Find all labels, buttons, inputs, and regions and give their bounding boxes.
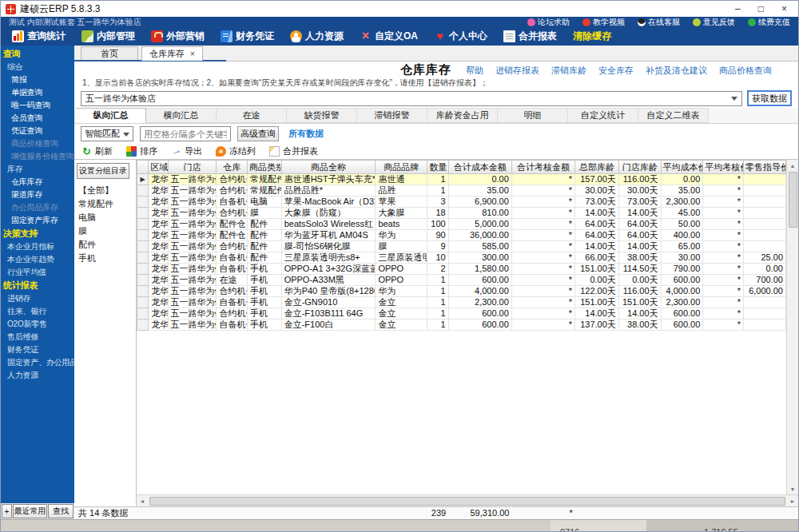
vertical-scrollbar[interactable]: ▲ ▼ xyxy=(786,160,798,494)
help-link[interactable]: 续费充值 xyxy=(748,17,790,28)
table-row[interactable]: 龙华五一路华为体验店合约机仓手机华为P40 皇帝版(8+128G)墨玉黑华为14… xyxy=(137,286,786,297)
column-header[interactable]: 平均成本价 xyxy=(661,161,703,174)
menu-item[interactable]: 合并报表 xyxy=(495,27,565,46)
column-header[interactable]: 零售指导价 xyxy=(744,161,786,174)
sidebar-item[interactable]: 单据查询 xyxy=(1,86,74,99)
minimize-button[interactable]: – xyxy=(735,3,741,14)
sidebar-item[interactable]: 唯一码查询 xyxy=(1,99,74,112)
table-row[interactable]: 龙华五一路华为体验店在途手机OPPO-A33M黑OPPO1600.00*0.00… xyxy=(137,275,786,286)
group-item[interactable]: 配件 xyxy=(77,238,133,252)
sidebar-item[interactable]: 人力资源 xyxy=(1,369,74,382)
table-row[interactable]: 龙华五一路华为体验店自备机仓电脑苹果-MacBook Air（D32）128G银… xyxy=(137,197,786,208)
table-row[interactable]: 龙华五一路华为体验店自备机仓配件三星原装透明壳s8+三星原装透明壳10300.0… xyxy=(137,252,786,264)
menu-item[interactable]: 内部管理 xyxy=(74,27,143,46)
menu-item[interactable]: 个人中心 xyxy=(426,27,495,46)
subtab[interactable]: 纵向汇总 xyxy=(76,108,146,123)
table-row[interactable]: ▶龙华五一路华为体验店合约机仓常规配件惠世通HST子弹头车充*惠世通10.00*… xyxy=(137,174,786,185)
sidebar-item[interactable]: O2O新零售 xyxy=(1,318,74,331)
menu-item[interactable]: 外部营销 xyxy=(143,27,213,46)
page-link[interactable]: 补货及清仓建议 xyxy=(646,65,707,77)
sidebar-item[interactable]: 本企业月指标 xyxy=(1,240,74,253)
toolbar-button[interactable]: 导出 xyxy=(171,145,202,157)
toolbar-button[interactable]: 排序 xyxy=(126,145,157,157)
column-header[interactable]: 合计考核金额 xyxy=(511,161,574,174)
table-row[interactable]: 龙华五一路华为体验店配件仓配件beatsSolo3 Wireless红beats… xyxy=(137,219,786,230)
menu-item[interactable]: 自定义OA xyxy=(352,27,426,46)
toolbar-button[interactable]: 合并报表 xyxy=(269,145,318,157)
all-data-link[interactable]: 所有数据 xyxy=(288,128,324,140)
page-link[interactable]: 商品价格查询 xyxy=(719,65,772,77)
match-mode-select[interactable]: 智能匹配 xyxy=(81,126,133,141)
sidebar-item[interactable]: 库存 xyxy=(1,163,74,176)
sidebar-item[interactable]: 固定资产、办公用品 xyxy=(1,356,74,369)
column-header[interactable]: 商品类别 xyxy=(248,161,282,174)
table-row[interactable]: 龙华五一路华为体验店自备机仓手机OPPO-A1 3+32G深蓝蓝OPPO21,5… xyxy=(137,264,786,275)
help-link[interactable]: 意见反馈 xyxy=(693,17,735,28)
scroll-right-icon[interactable]: ► xyxy=(787,495,798,506)
subtab[interactable]: 库龄资金占用 xyxy=(427,108,498,123)
horizontal-scrollbar-thumb[interactable] xyxy=(149,497,785,506)
column-header[interactable]: 区域 xyxy=(149,161,168,174)
sidebar-item[interactable]: 售后维修 xyxy=(1,331,74,343)
keyword-input[interactable] xyxy=(140,126,231,141)
table-row[interactable]: 龙华五一路华为体验店合约机仓膜大象膜（防窥）大象膜18810.00*14.00天… xyxy=(137,208,786,219)
horizontal-scrollbar[interactable]: ◄ ► xyxy=(137,494,798,506)
scroll-left-icon[interactable]: ◄ xyxy=(137,495,148,506)
tab[interactable]: 仓库库存× xyxy=(141,46,203,61)
subtab[interactable]: 自定义二维表 xyxy=(638,108,709,123)
help-link[interactable]: 在线客服 xyxy=(638,17,680,28)
sidebar-item[interactable]: 简报 xyxy=(1,73,74,86)
maximize-button[interactable]: □ xyxy=(758,3,764,14)
close-button[interactable]: × xyxy=(781,3,787,14)
column-header[interactable]: 合计成本金额 xyxy=(448,161,511,174)
group-item[interactable]: 手机 xyxy=(77,252,133,265)
subtab[interactable]: 横向汇总 xyxy=(146,108,217,123)
menu-item[interactable]: 清除缓存 xyxy=(565,27,619,46)
sidebar-item[interactable]: 凭证查询 xyxy=(1,125,74,137)
menu-item[interactable]: 财务凭证 xyxy=(213,27,282,46)
find-button[interactable]: 查找 xyxy=(48,504,74,518)
store-select[interactable]: 五一路华为体验店 xyxy=(81,91,742,106)
group-item[interactable]: 膜 xyxy=(77,224,133,238)
page-link[interactable]: 进销存报表 xyxy=(495,65,539,77)
column-header[interactable]: 数量 xyxy=(427,161,448,174)
menu-item[interactable]: 人力资源 xyxy=(282,27,352,46)
page-link[interactable]: 安全库存 xyxy=(598,65,634,77)
advanced-search-button[interactable]: 高级查询 xyxy=(237,126,279,141)
column-header[interactable]: 门店 xyxy=(168,161,217,174)
column-header[interactable]: 总部库龄 xyxy=(575,161,619,174)
recent-items-button[interactable]: 最近常用 xyxy=(13,504,47,518)
sidebar-item[interactable]: 往来、银行 xyxy=(1,305,74,318)
table-row[interactable]: 龙华五一路华为体验店合约机仓常规配件品胜品胜*品胜135.00*30.00天30… xyxy=(137,185,786,197)
subtab[interactable]: 自定义统计 xyxy=(568,108,638,123)
sidebar-item[interactable]: 渠道库存 xyxy=(1,189,74,201)
sidebar-item[interactable]: 进销存 xyxy=(1,292,74,305)
table-row[interactable]: 龙华五一路华为体验店合约机仓手机金立-F103B111 64G金立1600.00… xyxy=(137,308,786,320)
table-row[interactable]: 龙华五一路华为体验店配件仓配件华为蓝牙耳机 AM04S华为9036,000.00… xyxy=(137,230,786,241)
column-header[interactable]: 仓库 xyxy=(217,161,248,174)
page-link[interactable]: 滞销库龄 xyxy=(551,65,586,77)
sidebar-item[interactable]: 财务凭证 xyxy=(1,343,74,356)
scroll-up-icon[interactable]: ▲ xyxy=(787,160,798,171)
subtab[interactable]: 在途 xyxy=(217,108,287,123)
column-header[interactable]: 商品品牌 xyxy=(376,161,427,174)
tab[interactable]: 首页 xyxy=(81,46,138,61)
column-header[interactable]: 商品全称 xyxy=(281,161,376,174)
table-row[interactable]: 龙华五一路华为体验店合约机仓配件膜-司怡S6钢化膜膜9585.00*14.00天… xyxy=(137,241,786,252)
page-link[interactable]: 帮助 xyxy=(466,65,483,77)
scroll-down-icon[interactable]: ▼ xyxy=(787,483,798,494)
group-item[interactable]: 常规配件 xyxy=(77,197,133,211)
help-link[interactable]: 论坛求助 xyxy=(527,17,570,28)
fetch-data-button[interactable]: 获取数据 xyxy=(747,90,792,106)
subtab[interactable]: 滞销报警 xyxy=(357,108,427,123)
group-item[interactable]: 【全部】 xyxy=(77,184,133,197)
column-header[interactable]: 平均考核价 xyxy=(703,161,744,174)
subtab[interactable]: 缺货报警 xyxy=(287,108,357,123)
sidebar-item[interactable]: 综合 xyxy=(1,61,74,73)
table-row[interactable]: 龙华五一路华为体验店自备机仓手机金立-F100白金立1600.00*137.00… xyxy=(137,320,786,331)
subtab[interactable]: 明细 xyxy=(498,108,568,123)
table-row[interactable]: 龙华五一路华为体验店自备机仓手机金立-GN9010金立12,300.00*151… xyxy=(137,297,786,308)
close-icon[interactable]: × xyxy=(190,50,195,58)
toolbar-button[interactable]: 冻结列 xyxy=(216,145,256,157)
group-item[interactable]: 电脑 xyxy=(77,211,133,224)
